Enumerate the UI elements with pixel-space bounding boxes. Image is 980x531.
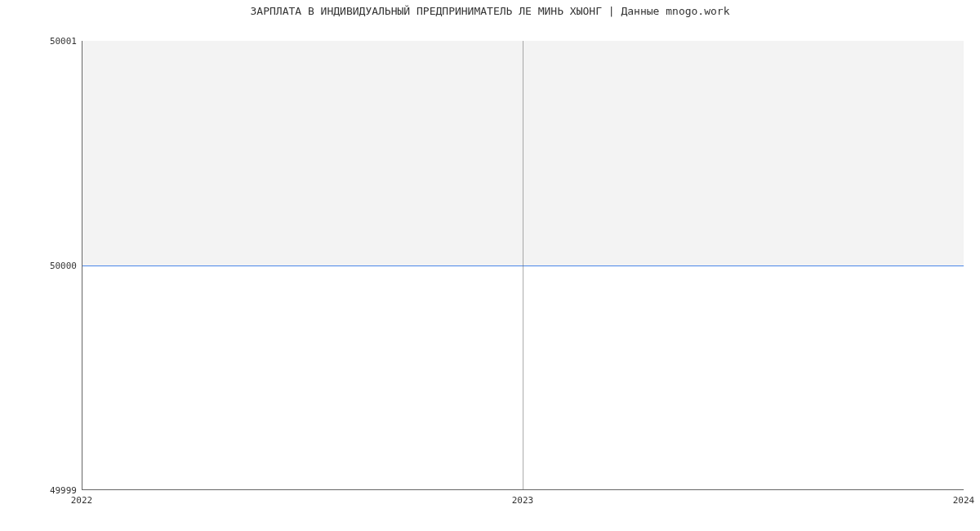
x-gridline-2023 (523, 41, 523, 490)
x-tick-2: 2024 (953, 495, 975, 506)
salary-chart: ЗАРПЛАТА В ИНДИВИДУАЛЬНЫЙ ПРЕДПРИНИМАТЕЛ… (0, 0, 980, 531)
x-tick-0: 2022 (71, 495, 93, 506)
y-tick-2: 50001 (50, 36, 77, 47)
x-tick-1: 2023 (512, 495, 534, 506)
y-axis-spine (82, 41, 82, 490)
plot-area (82, 41, 964, 490)
y-tick-1: 50000 (50, 261, 77, 271)
x-axis-spine (82, 489, 964, 490)
y-tick-0: 49999 (50, 485, 77, 496)
chart-title: ЗАРПЛАТА В ИНДИВИДУАЛЬНЫЙ ПРЕДПРИНИМАТЕЛ… (0, 5, 980, 17)
